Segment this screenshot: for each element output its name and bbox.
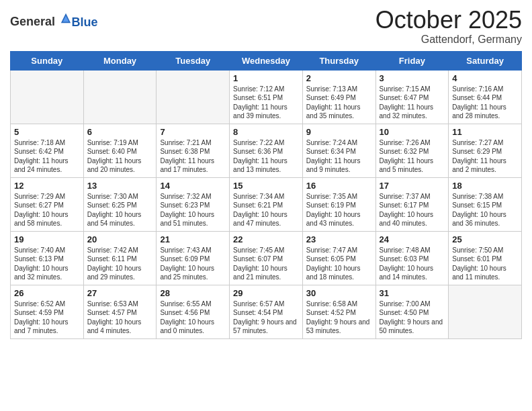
cell-info: Sunrise: 7:19 AM Sunset: 6:40 PM Dayligh… [87, 138, 153, 175]
calendar-cell: 23Sunrise: 7:47 AM Sunset: 6:05 PM Dayli… [302, 231, 375, 285]
month-title: October 2025 [375, 7, 522, 34]
week-row-2: 5Sunrise: 7:18 AM Sunset: 6:42 PM Daylig… [11, 124, 522, 177]
calendar-cell: 1Sunrise: 7:12 AM Sunset: 6:51 PM Daylig… [230, 70, 303, 124]
day-number: 23 [306, 234, 372, 244]
location: Gattendorf, Germany [375, 34, 522, 46]
calendar-cell: 27Sunrise: 6:53 AM Sunset: 4:57 PM Dayli… [83, 285, 157, 338]
calendar-cell: 9Sunrise: 7:24 AM Sunset: 6:34 PM Daylig… [302, 124, 375, 177]
calendar-cell: 14Sunrise: 7:32 AM Sunset: 6:23 PM Dayli… [157, 177, 230, 231]
day-number: 13 [87, 181, 153, 191]
day-header-tuesday: Tuesday [157, 51, 230, 70]
cell-info: Sunrise: 7:42 AM Sunset: 6:11 PM Dayligh… [87, 246, 153, 282]
day-number: 30 [306, 288, 372, 298]
cell-info: Sunrise: 7:45 AM Sunset: 6:07 PM Dayligh… [233, 246, 299, 282]
calendar-cell: 24Sunrise: 7:48 AM Sunset: 6:03 PM Dayli… [375, 231, 449, 285]
day-number: 21 [160, 234, 226, 244]
day-number: 22 [233, 234, 299, 244]
calendar-cell: 12Sunrise: 7:29 AM Sunset: 6:27 PM Dayli… [11, 177, 84, 231]
calendar-cell: 20Sunrise: 7:42 AM Sunset: 6:11 PM Dayli… [83, 231, 157, 285]
cell-info: Sunrise: 7:29 AM Sunset: 6:27 PM Dayligh… [14, 192, 80, 228]
day-header-sunday: Sunday [11, 51, 84, 70]
cell-info: Sunrise: 7:00 AM Sunset: 4:50 PM Dayligh… [380, 300, 445, 336]
cell-info: Sunrise: 7:47 AM Sunset: 6:05 PM Dayligh… [306, 246, 372, 282]
calendar-cell: 21Sunrise: 7:43 AM Sunset: 6:09 PM Dayli… [157, 231, 230, 285]
calendar-cell [449, 285, 522, 338]
cell-info: Sunrise: 7:50 AM Sunset: 6:01 PM Dayligh… [452, 246, 518, 282]
day-number: 16 [306, 181, 372, 191]
week-row-3: 12Sunrise: 7:29 AM Sunset: 6:27 PM Dayli… [11, 177, 522, 231]
day-header-thursday: Thursday [302, 51, 375, 70]
day-number: 10 [380, 127, 445, 137]
cell-info: Sunrise: 7:12 AM Sunset: 6:51 PM Dayligh… [233, 85, 299, 121]
day-number: 24 [380, 234, 445, 244]
cell-info: Sunrise: 6:58 AM Sunset: 4:52 PM Dayligh… [306, 300, 372, 336]
day-number: 5 [14, 127, 80, 137]
calendar-cell [11, 70, 84, 124]
cell-info: Sunrise: 7:27 AM Sunset: 6:29 PM Dayligh… [452, 138, 518, 175]
day-number: 27 [87, 288, 153, 298]
calendar-body: 1Sunrise: 7:12 AM Sunset: 6:51 PM Daylig… [11, 70, 522, 338]
cell-info: Sunrise: 7:43 AM Sunset: 6:09 PM Dayligh… [160, 246, 226, 282]
cell-info: Sunrise: 6:52 AM Sunset: 4:59 PM Dayligh… [14, 300, 80, 336]
calendar-cell: 4Sunrise: 7:16 AM Sunset: 6:44 PM Daylig… [449, 70, 522, 124]
calendar-cell: 11Sunrise: 7:27 AM Sunset: 6:29 PM Dayli… [449, 124, 522, 177]
calendar-cell: 29Sunrise: 6:57 AM Sunset: 4:54 PM Dayli… [230, 285, 303, 338]
calendar-cell: 26Sunrise: 6:52 AM Sunset: 4:59 PM Dayli… [11, 285, 84, 338]
day-number: 9 [306, 127, 372, 137]
day-number: 6 [87, 127, 153, 137]
day-number: 18 [452, 181, 518, 191]
day-number: 4 [452, 73, 518, 83]
page-header: General Blue October 2025 Gattendorf, Ge… [10, 7, 522, 46]
calendar-cell: 25Sunrise: 7:50 AM Sunset: 6:01 PM Dayli… [449, 231, 522, 285]
calendar-cell: 22Sunrise: 7:45 AM Sunset: 6:07 PM Dayli… [230, 231, 303, 285]
day-header-saturday: Saturday [449, 51, 522, 70]
calendar-cell [83, 70, 157, 124]
cell-info: Sunrise: 7:26 AM Sunset: 6:32 PM Dayligh… [380, 138, 445, 175]
calendar-cell: 5Sunrise: 7:18 AM Sunset: 6:42 PM Daylig… [11, 124, 84, 177]
cell-info: Sunrise: 7:48 AM Sunset: 6:03 PM Dayligh… [380, 246, 445, 282]
cell-info: Sunrise: 7:38 AM Sunset: 6:15 PM Dayligh… [452, 192, 518, 228]
calendar-cell: 6Sunrise: 7:19 AM Sunset: 6:40 PM Daylig… [83, 124, 157, 177]
cell-info: Sunrise: 7:16 AM Sunset: 6:44 PM Dayligh… [452, 85, 518, 121]
day-number: 3 [380, 73, 445, 83]
cell-info: Sunrise: 6:53 AM Sunset: 4:57 PM Dayligh… [87, 300, 153, 336]
calendar-cell: 28Sunrise: 6:55 AM Sunset: 4:56 PM Dayli… [157, 285, 230, 338]
cell-info: Sunrise: 7:22 AM Sunset: 6:36 PM Dayligh… [233, 138, 299, 175]
calendar-cell: 7Sunrise: 7:21 AM Sunset: 6:38 PM Daylig… [157, 124, 230, 177]
cell-info: Sunrise: 7:37 AM Sunset: 6:17 PM Dayligh… [380, 192, 445, 228]
cell-info: Sunrise: 7:21 AM Sunset: 6:38 PM Dayligh… [160, 138, 226, 175]
day-number: 8 [233, 127, 299, 137]
week-row-4: 19Sunrise: 7:40 AM Sunset: 6:13 PM Dayli… [11, 231, 522, 285]
logo-blue: Blue [72, 16, 98, 28]
cell-info: Sunrise: 7:34 AM Sunset: 6:21 PM Dayligh… [233, 192, 299, 228]
cell-info: Sunrise: 6:57 AM Sunset: 4:54 PM Dayligh… [233, 300, 299, 336]
calendar-cell: 15Sunrise: 7:34 AM Sunset: 6:21 PM Dayli… [230, 177, 303, 231]
week-row-1: 1Sunrise: 7:12 AM Sunset: 6:51 PM Daylig… [11, 70, 522, 124]
day-number: 19 [14, 234, 80, 244]
day-number: 28 [160, 288, 226, 298]
day-number: 15 [233, 181, 299, 191]
title-block: October 2025 Gattendorf, Germany [375, 7, 522, 46]
calendar-cell: 13Sunrise: 7:30 AM Sunset: 6:25 PM Dayli… [83, 177, 157, 231]
day-number: 1 [233, 73, 299, 83]
day-number: 7 [160, 127, 226, 137]
calendar-cell: 8Sunrise: 7:22 AM Sunset: 6:36 PM Daylig… [230, 124, 303, 177]
calendar-cell: 2Sunrise: 7:13 AM Sunset: 6:49 PM Daylig… [302, 70, 375, 124]
logo: General Blue [10, 12, 98, 28]
cell-info: Sunrise: 7:24 AM Sunset: 6:34 PM Dayligh… [306, 138, 372, 175]
calendar-cell: 19Sunrise: 7:40 AM Sunset: 6:13 PM Dayli… [11, 231, 84, 285]
day-number: 20 [87, 234, 153, 244]
day-number: 14 [160, 181, 226, 191]
day-header-friday: Friday [375, 51, 449, 70]
calendar-cell: 10Sunrise: 7:26 AM Sunset: 6:32 PM Dayli… [375, 124, 449, 177]
cell-info: Sunrise: 6:55 AM Sunset: 4:56 PM Dayligh… [160, 300, 226, 336]
day-header-monday: Monday [83, 51, 157, 70]
cell-info: Sunrise: 7:13 AM Sunset: 6:49 PM Dayligh… [306, 85, 372, 121]
day-number: 12 [14, 181, 80, 191]
days-header: SundayMondayTuesdayWednesdayThursdayFrid… [11, 51, 522, 70]
calendar-table: SundayMondayTuesdayWednesdayThursdayFrid… [10, 51, 522, 339]
day-number: 11 [452, 127, 518, 137]
calendar-cell: 31Sunrise: 7:00 AM Sunset: 4:50 PM Dayli… [375, 285, 449, 338]
day-number: 2 [306, 73, 372, 83]
cell-info: Sunrise: 7:15 AM Sunset: 6:47 PM Dayligh… [380, 85, 445, 121]
